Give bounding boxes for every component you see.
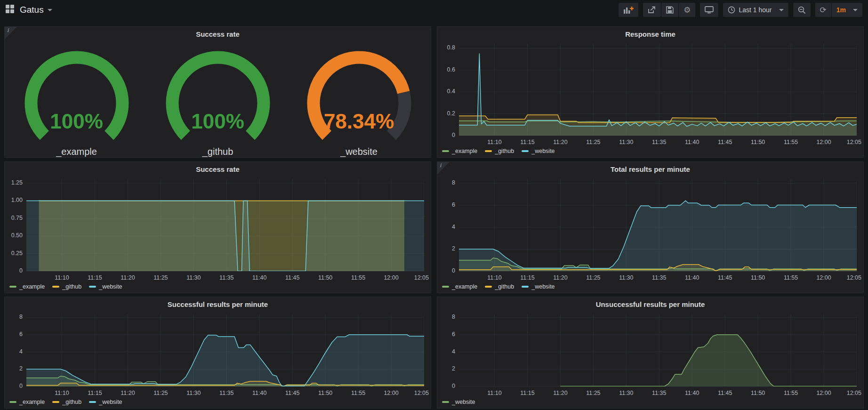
zoom-out-icon — [798, 6, 806, 14]
top-navbar: Gatus — [0, 0, 868, 20]
x-tick-label: 11:30 — [179, 274, 208, 281]
gauge-_example: 100%_example — [6, 48, 147, 158]
legend-item-_github[interactable]: _github — [485, 148, 514, 154]
gauge-label: _example — [6, 146, 147, 157]
panel-title[interactable]: Successful results per minute — [5, 297, 431, 312]
chart-legend: _example_github_website — [9, 283, 122, 290]
add-panel-icon — [623, 6, 634, 14]
series-area-_website — [459, 201, 857, 271]
chart-plot-area[interactable] — [26, 314, 424, 386]
x-tick-label: 12:05 — [833, 139, 861, 145]
legend-item-_website[interactable]: _website — [89, 283, 122, 290]
x-tick-label: 11:40 — [678, 139, 706, 145]
panel-title[interactable]: Total results per minute — [437, 162, 863, 177]
panel-successful-results: Successful results per minute _example_g… — [4, 297, 431, 409]
panel-unsuccessful-results: Unsuccessful results per minute _website… — [437, 297, 864, 409]
x-tick-label: 11:45 — [278, 274, 306, 281]
info-icon: i — [440, 162, 442, 169]
x-tick-label: 12:05 — [833, 390, 861, 396]
y-tick-label: 2 — [5, 365, 23, 372]
legend-item-_example[interactable]: _example — [9, 283, 45, 290]
legend-item-_website[interactable]: _website — [442, 399, 475, 405]
x-tick-label: 11:30 — [179, 390, 208, 396]
x-tick-label: 12:05 — [401, 274, 429, 281]
x-tick-label: 11:10 — [481, 139, 509, 145]
dashboard-settings-button[interactable]: ⚙ — [679, 3, 695, 17]
chart-plot-area[interactable] — [26, 179, 424, 271]
dashboard-title-dropdown[interactable]: Gatus — [20, 5, 52, 15]
x-tick-label: 11:40 — [245, 274, 273, 281]
panel-info-corner[interactable]: i — [5, 27, 17, 39]
panel-title[interactable]: Success rate — [5, 162, 431, 177]
x-tick-label: 11:50 — [744, 139, 772, 145]
legend-item-_github[interactable]: _github — [52, 283, 81, 290]
legend-item-_website[interactable]: _website — [522, 148, 555, 154]
legend-item-_github[interactable]: _github — [52, 399, 81, 405]
x-tick-label: 11:30 — [612, 274, 640, 281]
legend-label: _example — [452, 148, 477, 154]
legend-swatch — [522, 286, 529, 288]
panel-title[interactable]: Unsuccessful results per minute — [437, 297, 863, 312]
apps-grid-icon[interactable] — [6, 5, 14, 15]
y-tick-label: 0 — [437, 132, 455, 138]
panel-success-rate-gauges: i Success rate 100%_example100%_github78… — [4, 26, 431, 158]
chart-plot-area[interactable] — [459, 179, 857, 271]
x-tick-label: 11:30 — [612, 139, 640, 145]
x-tick-label: 11:55 — [344, 390, 372, 396]
zoom-out-button[interactable] — [793, 3, 811, 17]
legend-item-_website[interactable]: _website — [522, 283, 555, 290]
legend-swatch — [485, 286, 492, 288]
add-panel-button[interactable] — [619, 3, 638, 17]
legend-label: _github — [62, 399, 81, 405]
refresh-button[interactable]: ⟳ — [815, 3, 831, 17]
x-tick-label: 11:25 — [579, 390, 607, 396]
legend-item-_github[interactable]: _github — [485, 283, 514, 290]
time-range-label: Last 1 hour — [739, 6, 772, 14]
save-button[interactable] — [661, 3, 678, 17]
legend-item-_example[interactable]: _example — [9, 399, 45, 405]
gauge-_website: 78.34%_website — [289, 48, 430, 158]
navbar-actions: ⚙ Last 1 hour ⟳ — [619, 3, 862, 17]
x-tick-label: 11:15 — [80, 390, 109, 396]
x-tick-label: 11:15 — [513, 274, 541, 281]
navbar-left: Gatus — [6, 5, 52, 15]
gauge-row: 100%_example100%_github78.34%_website — [5, 48, 431, 158]
x-tick-label: 11:15 — [80, 274, 109, 281]
x-tick-label: 11:25 — [146, 390, 175, 396]
legend-label: _website — [531, 148, 555, 154]
legend-item-_website[interactable]: _website — [89, 399, 122, 405]
time-range-picker[interactable]: Last 1 hour — [723, 3, 788, 17]
x-tick-label: 11:15 — [513, 139, 541, 145]
panel-info-corner[interactable]: i — [437, 162, 450, 174]
legend-item-_example[interactable]: _example — [442, 148, 477, 154]
x-tick-label: 11:45 — [711, 274, 739, 281]
x-tick-label: 11:10 — [481, 274, 509, 281]
x-tick-label: 11:50 — [744, 274, 772, 281]
y-tick-label: 4 — [5, 348, 23, 355]
clock-icon — [728, 6, 735, 14]
panel-title[interactable]: Response time — [437, 27, 863, 42]
gauge-value: 100% — [6, 110, 147, 133]
y-tick-label: 6 — [437, 201, 455, 208]
x-tick-label: 11:55 — [344, 274, 372, 281]
chart-plot-area[interactable] — [459, 314, 857, 386]
legend-swatch — [52, 401, 59, 403]
y-tick-label: 6 — [5, 331, 23, 338]
legend-swatch — [442, 286, 449, 288]
chevron-down-icon — [853, 9, 858, 11]
legend-label: _website — [99, 399, 122, 405]
x-tick-label: 11:35 — [645, 390, 673, 396]
refresh-interval-picker[interactable]: 1m — [832, 3, 862, 17]
legend-label: _example — [19, 399, 45, 405]
tv-mode-button[interactable] — [700, 3, 718, 17]
refresh-group: ⟳ 1m — [815, 3, 862, 17]
panel-title[interactable]: Success rate — [5, 27, 431, 42]
share-button[interactable] — [643, 3, 661, 17]
x-tick-label: 11:55 — [777, 139, 805, 145]
x-tick-label: 11:45 — [278, 390, 306, 396]
x-tick-label: 11:35 — [212, 390, 241, 396]
legend-swatch — [485, 150, 492, 152]
series-area-_website — [26, 201, 424, 271]
chart-plot-area[interactable] — [459, 44, 857, 136]
legend-item-_example[interactable]: _example — [442, 283, 477, 290]
